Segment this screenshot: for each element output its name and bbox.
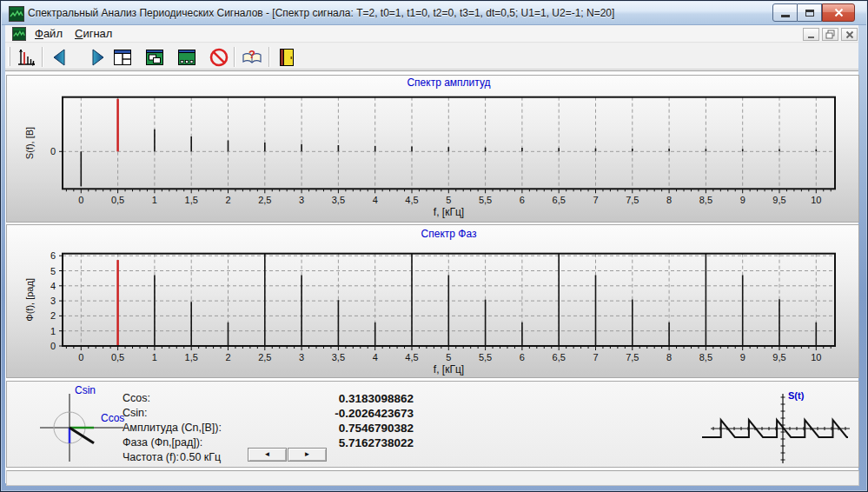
window-title: Спектральный Анализ Периодических Сигнал… [28, 2, 614, 25]
help-button[interactable]: ? [241, 46, 262, 68]
y-tick-label: 0 [50, 341, 56, 351]
x-tick-label: 8,5 [699, 195, 712, 205]
x-tick-label: 7,5 [626, 195, 639, 205]
mdi-minimize-button[interactable] [803, 28, 819, 41]
exit-button[interactable] [275, 46, 297, 68]
exit-door-icon [276, 47, 297, 68]
maximize-icon [805, 10, 814, 17]
y-axis-label: Ф(f), [рад] [24, 278, 35, 322]
x-tick-label: 2 [225, 352, 230, 362]
svg-text:?: ? [248, 47, 255, 60]
csin-value: -0.2026423673 [212, 407, 414, 420]
chart-title: Спектр Фаз [421, 228, 477, 240]
y-tick-label: 4 [50, 281, 56, 291]
next-arrow-icon [87, 47, 108, 68]
x-tick-label: 3,5 [332, 195, 345, 205]
toolbar-grip[interactable] [8, 47, 10, 66]
y-tick-label: 5 [50, 266, 56, 276]
spectrum-chart-button[interactable] [16, 46, 37, 68]
x-tick-label: 8 [666, 352, 672, 362]
frequency-label: Частота (f): [123, 451, 179, 463]
x-tick-label: 0 [78, 195, 83, 205]
app-window: Спектральный Анализ Периодических Сигнал… [0, 0, 868, 492]
x-tick-label: 3,5 [332, 352, 345, 362]
toolbar-separator [234, 47, 235, 67]
y-tick-label: 6 [50, 250, 56, 261]
x-tick-label: 5,5 [479, 195, 492, 205]
stop-button[interactable] [208, 46, 229, 68]
cascade-windows-icon [144, 47, 165, 68]
next-frequency-button[interactable]: ► [288, 448, 327, 462]
x-tick-label: 6 [520, 352, 525, 362]
spectrum-chart-icon [17, 47, 37, 68]
x-tick-label: 9,5 [772, 195, 785, 205]
x-tick-label: 2,5 [258, 195, 271, 205]
y-axis-label: S(f), [B] [24, 127, 35, 159]
y-tick-label: 2 [50, 310, 56, 321]
app-logo-icon [9, 6, 24, 22]
x-tick-label: 1,5 [185, 195, 198, 205]
x-tick-label: 2,5 [258, 352, 271, 362]
next-harmonic-button[interactable] [86, 46, 108, 68]
menu-file[interactable]: Файл [30, 25, 68, 43]
x-tick-label: 9 [740, 352, 745, 362]
status-bar [6, 470, 859, 486]
x-tick-label: 5,5 [479, 352, 492, 362]
maximize-button[interactable] [798, 3, 822, 22]
arrange-icons-button[interactable] [176, 46, 197, 68]
x-tick-label: 4 [373, 352, 378, 362]
mdi-client: 00,511,522,533,544,555,566,577,588,599,5… [5, 70, 858, 483]
x-tick-label: 5 [446, 195, 451, 205]
chart-title: Спектр амплитуд [407, 76, 490, 89]
cascade-windows-button[interactable] [143, 46, 165, 68]
mdi-close-icon [845, 30, 854, 39]
help-book-icon: ? [242, 47, 262, 68]
x-tick-label: 6,5 [553, 352, 566, 362]
mdi-document-icon [12, 27, 26, 41]
x-tick-label: 4 [373, 195, 378, 205]
x-tick-label: 9,5 [772, 352, 785, 362]
x-tick-label: 0,5 [111, 352, 124, 362]
minimize-button[interactable] [772, 3, 798, 22]
x-tick-label: 8,5 [699, 352, 712, 362]
x-tick-label: 0 [78, 352, 83, 362]
x-tick-label: 7 [593, 195, 598, 205]
x-axis-label: f, [кГц] [434, 206, 464, 218]
x-tick-label: 1,5 [185, 352, 198, 362]
window-client-area: Файл Сигнал [5, 25, 858, 483]
x-tick-label: 1 [152, 352, 157, 362]
x-tick-label: 3 [299, 352, 304, 362]
x-tick-label: 8 [666, 195, 672, 205]
x-tick-label: 10 [811, 195, 821, 205]
tile-windows-button[interactable] [111, 46, 133, 68]
amplitude-spectrum-panel: 00,511,522,533,544,555,566,577,588,599,5… [6, 75, 859, 223]
mdi-close-button[interactable] [841, 28, 858, 41]
amplitude-value: 0.7546790382 [212, 422, 414, 435]
x-tick-label: 7,5 [626, 352, 639, 362]
titlebar[interactable]: Спектральный Анализ Периодических Сигнал… [2, 2, 866, 25]
mdi-restore-button[interactable] [822, 28, 838, 41]
x-tick-label: 10 [811, 352, 821, 362]
amplitude-spectrum-chart: 00,511,522,533,544,555,566,577,588,599,5… [7, 76, 858, 222]
csin-axis-label: Csin [75, 385, 96, 396]
toolbar-separator [268, 47, 270, 67]
x-tick-label: 7 [593, 352, 598, 362]
minimize-icon [781, 15, 790, 17]
x-tick-label: 4,5 [405, 195, 418, 205]
phase-label: Фаза (Фn,[рад]): [123, 436, 202, 449]
close-icon [834, 8, 844, 17]
prev-frequency-button[interactable]: ◄ [248, 448, 287, 462]
x-tick-label: 9 [740, 195, 745, 205]
x-tick-label: 5 [446, 352, 451, 362]
tile-windows-icon [112, 47, 133, 68]
prev-harmonic-button[interactable] [49, 46, 70, 68]
menu-signal[interactable]: Сигнал [70, 25, 117, 43]
x-axis-label: f, [кГц] [434, 363, 464, 376]
ccos-value: 0.3183098862 [212, 392, 414, 405]
stop-icon [209, 47, 229, 68]
y-tick-label: 0 [50, 146, 56, 156]
ccos-axis-label: Ccos [101, 412, 124, 424]
toolbar-separator [42, 47, 43, 67]
close-button[interactable] [822, 3, 855, 22]
x-tick-label: 3 [299, 195, 304, 205]
